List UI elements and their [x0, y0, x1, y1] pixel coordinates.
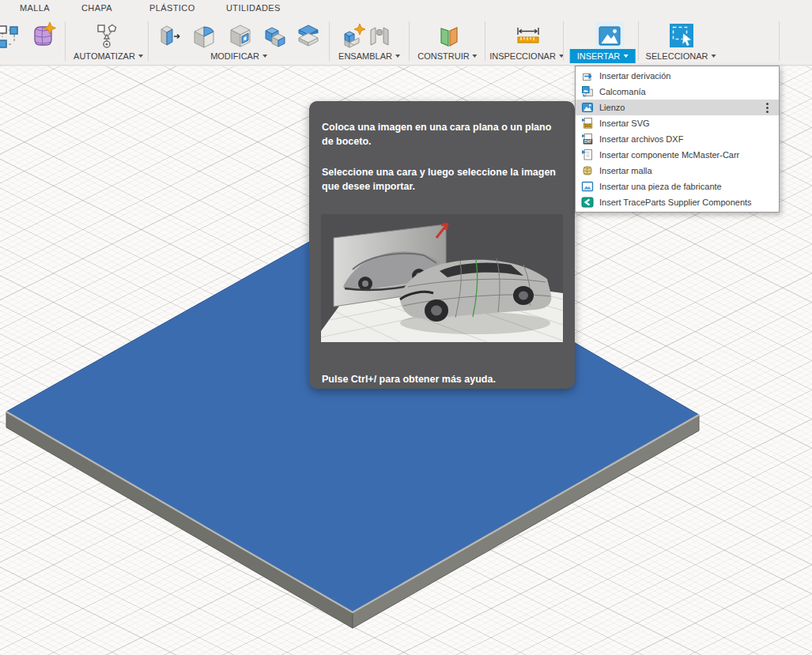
ensamblar-label: ENSAMBLAR	[338, 51, 392, 61]
menu-item-insertar-derivacion[interactable]: Insertar derivación	[576, 68, 779, 84]
inspeccionar-label: INSPECCIONAR	[489, 51, 556, 61]
automatizar-label: AUTOMATIZAR	[74, 51, 135, 61]
split-body-icon[interactable]	[294, 21, 323, 50]
insertar-dropdown-menu: Insertar derivación Calcomanía Lienzo	[575, 66, 780, 213]
automatizar-menu-button[interactable]: AUTOMATIZAR	[74, 51, 143, 61]
toolbar-divider	[485, 21, 485, 61]
construir-menu-button[interactable]: CONSTRUIR	[417, 51, 477, 61]
dropdown-caret-icon	[473, 55, 478, 58]
decal-icon	[581, 85, 594, 98]
svg-text:DXF: DXF	[584, 140, 591, 144]
traceparts-icon	[581, 196, 594, 209]
combine-icon[interactable]	[261, 21, 289, 50]
canvas-feature-preview-image	[321, 214, 563, 342]
dropdown-caret-icon	[138, 55, 143, 58]
toolbar-divider	[329, 21, 330, 61]
insertar-menu-button[interactable]: INSERTAR	[570, 49, 636, 63]
tab-chapa[interactable]: CHAPA	[81, 3, 112, 13]
menu-item-label: Insert TraceParts Supplier Components	[599, 198, 752, 207]
dropdown-caret-icon	[711, 55, 716, 58]
tooltip-description-1: Coloca una imagen en una cara plana o un…	[322, 120, 562, 149]
insertar-label: INSERTAR	[577, 51, 621, 61]
toolbar-divider	[148, 21, 149, 61]
menu-item-label: Lienzo	[599, 103, 625, 112]
canvas-icon[interactable]	[595, 21, 624, 50]
toolbar-divider	[563, 21, 564, 61]
mcmaster-icon	[581, 149, 594, 161]
menu-item-label: Insertar malla	[599, 166, 652, 175]
menu-item-lienzo[interactable]: Lienzo	[576, 100, 779, 115]
menu-item-insertar-svg[interactable]: SVG Insertar SVG	[576, 115, 779, 131]
insert-svg-icon: SVG	[581, 117, 594, 130]
seleccionar-menu-button[interactable]: SELECCIONAR	[646, 51, 716, 61]
measure-icon[interactable]	[514, 21, 542, 50]
menu-item-insertar-dxf[interactable]: DXF Insertar archivos DXF	[576, 131, 779, 147]
insert-dxf-icon: DXF	[581, 133, 594, 145]
manufacturer-part-icon	[581, 180, 594, 193]
menu-item-insert-traceparts[interactable]: Insert TraceParts Supplier Components	[576, 194, 779, 210]
new-component-icon[interactable]	[338, 21, 367, 50]
select-icon[interactable]	[667, 21, 696, 50]
dropdown-caret-icon	[262, 55, 267, 58]
main-toolbar: AUTOMATIZAR	[0, 19, 812, 66]
more-options-icon[interactable]	[766, 107, 769, 109]
inspeccionar-menu-button[interactable]: INSPECCIONAR	[489, 51, 564, 61]
menu-item-insertar-pieza-fabricante[interactable]: Insertar una pieza de fabricante	[576, 179, 779, 194]
svg-text:SVG: SVG	[584, 124, 592, 128]
menu-item-label: Insertar SVG	[599, 119, 650, 128]
fusion360-window: MALLA CHAPA PLÁSTICO UTILIDADES	[0, 0, 812, 655]
menu-item-insertar-mcmaster[interactable]: Insertar componente McMaster-Carr	[576, 147, 779, 163]
tab-malla[interactable]: MALLA	[20, 3, 50, 13]
tooltip-help-text: Pulse Ctrl+/ para obtener más ayuda.	[322, 374, 496, 385]
canvas-tooltip: Coloca una imagen en una cara plana o un…	[309, 101, 575, 389]
modificar-label: MODIFICAR	[210, 51, 259, 61]
dropdown-caret-icon	[395, 55, 400, 58]
toolbar-divider	[65, 21, 66, 61]
press-pull-icon[interactable]	[155, 21, 183, 50]
seleccionar-label: SELECCIONAR	[646, 51, 708, 61]
menu-item-label: Calcomanía	[599, 87, 646, 96]
menu-item-insertar-malla[interactable]: Insertar malla	[576, 163, 779, 179]
modificar-menu-button[interactable]: MODIFICAR	[210, 51, 267, 61]
fillet-icon[interactable]	[190, 21, 218, 50]
tab-plastico[interactable]: PLÁSTICO	[149, 3, 195, 13]
insert-derive-icon	[581, 70, 594, 82]
construction-plane-icon[interactable]	[435, 21, 463, 50]
construir-label: CONSTRUIR	[417, 51, 469, 61]
menu-item-label: Insertar una pieza de fabricante	[599, 182, 722, 191]
automate-script-icon[interactable]	[93, 21, 121, 50]
dropdown-caret-icon	[623, 55, 628, 58]
menu-item-calcomania[interactable]: Calcomanía	[576, 84, 779, 100]
toolbar-divider	[779, 21, 780, 61]
toolbar-divider	[409, 21, 410, 61]
insert-mesh-icon	[581, 164, 594, 177]
menu-item-label: Insertar derivación	[599, 71, 671, 81]
ensamblar-menu-button[interactable]: ENSAMBLAR	[338, 51, 400, 61]
toolbar-divider	[638, 21, 639, 61]
toolbar-tab-bar: MALLA CHAPA PLÁSTICO UTILIDADES	[0, 0, 812, 19]
joint-icon[interactable]	[365, 21, 394, 50]
shell-icon[interactable]	[226, 21, 255, 50]
tab-utilidades[interactable]: UTILIDADES	[226, 3, 281, 13]
tooltip-description-2: Seleccione una cara y luego seleccione l…	[322, 165, 562, 194]
edit-form-icon[interactable]	[0, 21, 22, 50]
menu-item-label: Insertar componente McMaster-Carr	[599, 150, 739, 160]
create-mesh-icon[interactable]	[28, 21, 57, 50]
canvas-icon	[581, 101, 594, 114]
menu-item-label: Insertar archivos DXF	[599, 134, 683, 144]
